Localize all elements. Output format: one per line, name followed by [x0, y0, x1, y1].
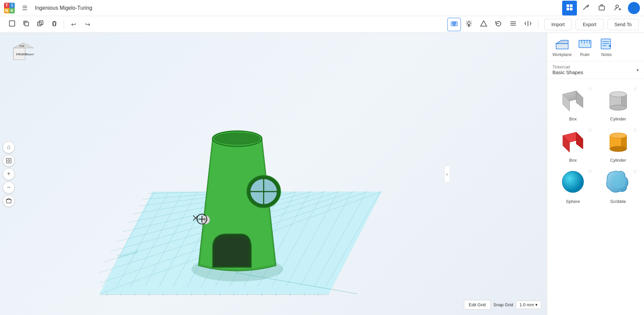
svg-rect-101 [601, 39, 610, 49]
svg-point-14 [453, 23, 455, 24]
add-user-btn[interactable] [610, 1, 625, 15]
red-box-label: Box [569, 158, 577, 163]
svg-rect-1 [570, 4, 573, 7]
favorite-star-gray-box[interactable]: ☆ [588, 86, 592, 92]
favorite-star-blue-sphere[interactable]: ☆ [588, 168, 592, 174]
light-button[interactable] [462, 18, 476, 31]
viewport[interactable]: FRONT RIGHT TOP ⌂ + − [0, 33, 547, 315]
library-category: Tinkercad [552, 65, 583, 69]
shape-library-header: Tinkercad Basic Shapes ▾ [547, 61, 644, 79]
flip-button[interactable] [521, 18, 535, 31]
pickaxe-icon [582, 4, 589, 12]
shape-gray-box[interactable]: ☆ [552, 84, 594, 121]
viewport-bottom-controls: Edit Grid Snap Grid 1.0 mm ▾ [464, 300, 541, 310]
ruler-tool[interactable]: Ruler [577, 37, 593, 57]
snap-grid-value[interactable]: 1.0 mm ▾ [516, 301, 541, 309]
align-icon [509, 20, 517, 29]
project-title: Ingenious Migelo-Turing [35, 5, 559, 11]
scribble-image [601, 167, 635, 197]
notes-icon [598, 37, 614, 51]
shape-button[interactable] [477, 18, 490, 31]
library-name: Basic Shapes [552, 69, 583, 75]
panel-collapse-btn[interactable]: › [444, 166, 449, 182]
svg-rect-0 [567, 4, 569, 7]
export-button[interactable]: Export [576, 19, 603, 30]
snap-grid-label: Snap Grid [493, 302, 513, 307]
blue-sphere-image [556, 167, 590, 197]
camera-button[interactable] [447, 18, 461, 31]
frame-icon [9, 20, 15, 29]
favorite-star-red-box[interactable]: ☆ [588, 127, 592, 133]
delete-icon [51, 20, 58, 29]
favorite-star-gray-cyl[interactable]: ☆ [633, 86, 637, 92]
user-icon: 👤 [630, 4, 638, 12]
orange-cylinder-image [601, 125, 635, 156]
svg-rect-5 [599, 6, 604, 10]
logo-k: K [9, 8, 15, 13]
svg-rect-93 [556, 44, 568, 49]
ruler-icon [577, 37, 593, 51]
tools-btn[interactable] [578, 1, 593, 15]
undo-button[interactable]: ↩ [67, 18, 80, 31]
shape-gray-cylinder[interactable]: ☆ [598, 84, 639, 121]
svg-point-115 [610, 92, 627, 97]
blue-sphere-label: Sphere [566, 199, 580, 204]
svg-point-13 [452, 22, 456, 25]
undo-icon: ↩ [71, 21, 76, 28]
import-button[interactable]: Import [544, 19, 572, 30]
shape-blue-sphere[interactable]: ☆ Sphere [552, 167, 594, 204]
notes-label: Notes [601, 52, 611, 57]
svg-point-125 [610, 133, 627, 138]
app-logo[interactable]: T I N K [4, 3, 15, 13]
notes-tool[interactable]: Notes [598, 37, 614, 57]
panel-tools-row: Workplane Ruler [547, 33, 644, 61]
snap-grid-number: 1.0 mm [520, 302, 534, 307]
briefcase-icon [598, 4, 605, 12]
svg-rect-2 [567, 8, 569, 10]
gray-cylinder-image [601, 84, 635, 114]
svg-line-4 [583, 6, 587, 10]
topbar-right: 👤 [562, 1, 640, 15]
orange-cylinder-label: Cylinder [610, 158, 626, 163]
svg-marker-107 [576, 91, 583, 108]
camera-icon [450, 20, 458, 29]
light-icon [465, 20, 473, 29]
logo-i: I [9, 3, 15, 8]
shape-red-box[interactable]: ☆ [552, 125, 594, 163]
edit-grid-button[interactable]: Edit Grid [464, 300, 491, 310]
shape-scribble[interactable]: ☆ Scribble [598, 167, 639, 204]
svg-point-126 [610, 146, 627, 152]
shape-orange-cylinder[interactable]: ☆ Cylinder [598, 125, 639, 163]
delete-button[interactable] [48, 18, 61, 31]
favorite-star-orange-cyl[interactable]: ☆ [633, 127, 637, 133]
rotate-icon [495, 20, 502, 29]
frame-button[interactable] [5, 18, 19, 31]
svg-point-79 [215, 133, 260, 145]
svg-rect-9 [9, 21, 15, 26]
svg-rect-10 [25, 22, 29, 26]
send-to-button[interactable]: Send To [607, 19, 639, 30]
redo-button[interactable]: ↪ [81, 18, 94, 31]
shape-icon [480, 20, 487, 29]
user-avatar[interactable]: 👤 [628, 2, 640, 14]
add-user-icon [614, 4, 622, 12]
copy-icon [23, 20, 30, 29]
duplicate-icon [37, 20, 44, 29]
menu-icon[interactable]: ☰ [18, 1, 32, 15]
library-dropdown-icon[interactable]: ▾ [637, 68, 639, 72]
flip-icon [524, 20, 532, 29]
grid-view-btn[interactable] [562, 1, 577, 15]
separator-1 [64, 20, 64, 29]
favorite-star-scribble[interactable]: ☆ [633, 168, 637, 174]
svg-point-127 [562, 171, 584, 193]
duplicate-button[interactable] [34, 18, 47, 31]
workplane-tool[interactable]: Workplane [552, 37, 572, 57]
redo-icon: ↪ [85, 21, 90, 28]
logo-t: T [4, 3, 9, 8]
copy-button[interactable] [19, 18, 33, 31]
right-panel: Workplane Ruler [547, 33, 644, 315]
align-button[interactable] [506, 18, 520, 31]
briefcase-btn[interactable] [594, 1, 609, 15]
svg-rect-96 [579, 40, 591, 48]
rotate-button[interactable] [492, 18, 505, 31]
